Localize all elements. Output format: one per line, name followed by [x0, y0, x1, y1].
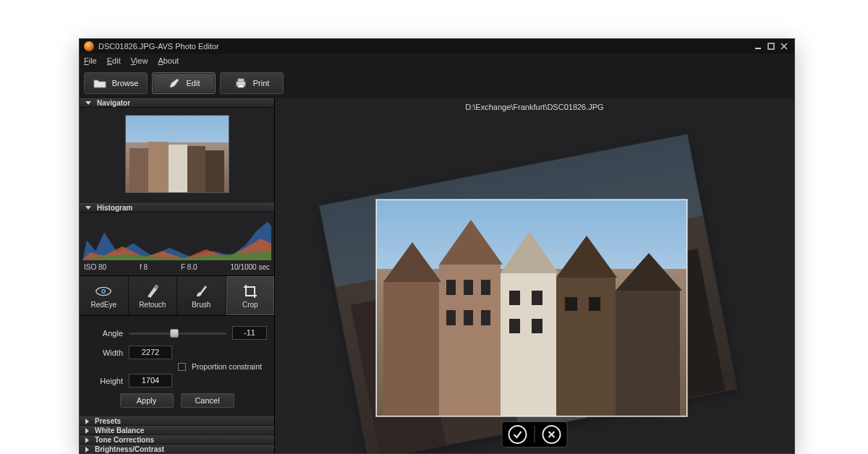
- menu-view[interactable]: View: [131, 56, 148, 65]
- tool-retouch[interactable]: Retouch: [129, 276, 178, 315]
- retouch-icon: [144, 283, 161, 299]
- menubar: File Edit View About: [80, 53, 794, 68]
- tool-retouch-label: Retouch: [139, 301, 166, 309]
- main: Navigator Histogram: [80, 98, 794, 453]
- panel-brightness-contrast-header[interactable]: Brightness/Contrast: [80, 445, 274, 453]
- histogram-info: ISO 80 f 8 F 8.0 10/1000 sec: [80, 262, 274, 275]
- browse-label: Browse: [112, 79, 139, 87]
- panel-histogram-header[interactable]: Histogram: [80, 203, 274, 213]
- panel-presets-header[interactable]: Presets: [80, 416, 274, 426]
- svg-rect-1: [768, 43, 774, 49]
- panel-white-balance-title: White Balance: [95, 427, 144, 434]
- apply-button[interactable]: Apply: [120, 393, 174, 408]
- minimize-button[interactable]: [752, 41, 764, 51]
- maximize-button[interactable]: [765, 41, 777, 51]
- panel-navigator-title: Navigator: [97, 99, 130, 107]
- x-icon: [547, 429, 557, 440]
- title-appname: AVS Photo Editor: [158, 42, 219, 51]
- canvas-image-wrap: [333, 134, 738, 445]
- browse-button[interactable]: Browse: [84, 72, 148, 94]
- toolbar: Browse Edit Print: [80, 68, 794, 98]
- width-label: Width: [87, 348, 123, 357]
- histogram-chart: [82, 217, 271, 260]
- check-icon: [513, 429, 523, 440]
- print-label: Print: [253, 79, 270, 87]
- confirm-bar: [502, 421, 568, 447]
- titlebar: DSC01826.JPG - AVS Photo Editor: [80, 39, 794, 53]
- edit-tools-row: RedEye Retouch Brush: [80, 275, 274, 316]
- svg-point-9: [103, 290, 104, 291]
- brush-edit-icon: [168, 78, 181, 88]
- panel-histogram-body: ISO 80 f 8 F 8.0 10/1000 sec: [80, 213, 274, 275]
- height-label: Height: [87, 377, 123, 385]
- histogram-aperture-short: f 8: [140, 263, 148, 271]
- chevron-right-icon: [85, 437, 89, 443]
- confirm-button[interactable]: [509, 425, 527, 444]
- print-button[interactable]: Print: [220, 72, 284, 94]
- tool-brush-label: Brush: [192, 301, 210, 309]
- minimize-icon: [754, 43, 762, 50]
- cancel-button[interactable]: Cancel: [181, 393, 234, 408]
- angle-slider[interactable]: [129, 328, 226, 338]
- reject-button[interactable]: [542, 425, 561, 444]
- chevron-right-icon: [85, 447, 89, 453]
- app-window: DSC01826.JPG - AVS Photo Editor File Edi…: [79, 38, 795, 454]
- tool-redeye-label: RedEye: [90, 301, 116, 309]
- sidebar: Navigator Histogram: [80, 98, 275, 453]
- image-path: D:\Exchange\Frankfurt\DSC01826.JPG: [275, 103, 794, 111]
- panel-tone-corrections-header[interactable]: Tone Corrections: [80, 435, 274, 445]
- crop-frame[interactable]: [376, 200, 687, 416]
- printer-icon: [234, 78, 247, 88]
- chevron-down-icon: [85, 101, 91, 105]
- canvas-area[interactable]: D:\Exchange\Frankfurt\DSC01826.JPG: [275, 98, 794, 453]
- proportion-label: Proportion constraint: [192, 362, 262, 371]
- tool-redeye[interactable]: RedEye: [80, 276, 129, 315]
- close-button[interactable]: [778, 41, 790, 51]
- panel-presets-title: Presets: [95, 417, 121, 425]
- menu-edit[interactable]: Edit: [107, 56, 121, 65]
- navigator-thumbnail[interactable]: [125, 115, 229, 193]
- close-icon: [780, 43, 788, 50]
- panel-tone-corrections-title: Tone Corrections: [95, 436, 154, 444]
- panel-brightness-contrast-title: Brightness/Contrast: [95, 445, 164, 453]
- chevron-right-icon: [85, 428, 89, 434]
- histogram-iso: ISO 80: [84, 263, 106, 271]
- menu-about[interactable]: About: [158, 56, 179, 65]
- app-icon: [84, 41, 94, 51]
- redeye-icon: [95, 283, 112, 299]
- menu-file[interactable]: File: [84, 56, 97, 65]
- chevron-right-icon: [85, 419, 89, 424]
- angle-label: Angle: [87, 329, 123, 338]
- histogram-shutter: 10/1000 sec: [231, 263, 271, 271]
- panel-histogram-title: Histogram: [97, 204, 132, 212]
- crop-controls: Angle -11 Width 2272 Proportion: [80, 316, 274, 416]
- height-input[interactable]: 1704: [129, 374, 172, 387]
- histogram-aperture-long: F 8.0: [181, 263, 197, 271]
- maximize-icon: [767, 43, 775, 50]
- edit-label: Edit: [187, 79, 200, 87]
- tool-brush[interactable]: Brush: [177, 276, 226, 315]
- angle-value[interactable]: -11: [232, 326, 267, 340]
- proportion-checkbox[interactable]: [178, 363, 186, 371]
- tool-crop-label: Crop: [242, 301, 258, 309]
- width-input[interactable]: 2272: [129, 346, 172, 359]
- brush-icon: [192, 283, 210, 299]
- edit-button[interactable]: Edit: [152, 72, 216, 94]
- title-filename: DSC01826.JPG: [98, 42, 155, 51]
- folder-icon: [93, 78, 106, 88]
- chevron-down-icon: [85, 206, 91, 210]
- svg-rect-5: [238, 79, 244, 82]
- svg-rect-6: [238, 85, 244, 87]
- panel-navigator-body: [80, 108, 274, 203]
- separator: [535, 426, 535, 443]
- tool-crop[interactable]: Crop: [226, 276, 275, 315]
- crop-icon: [242, 283, 259, 299]
- panel-navigator-header[interactable]: Navigator: [80, 98, 274, 108]
- panel-white-balance-header[interactable]: White Balance: [80, 426, 274, 435]
